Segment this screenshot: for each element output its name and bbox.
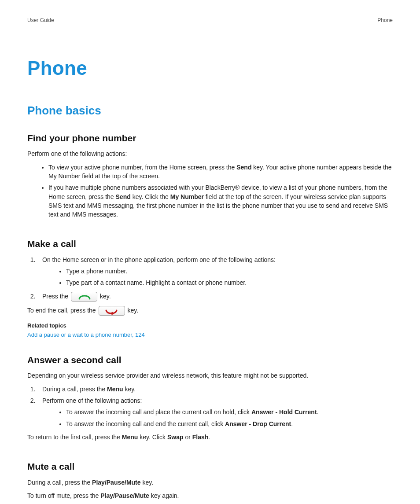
step-item: Perform one of the following actions: To…: [41, 396, 393, 428]
list-item: To answer the incoming call and end the …: [66, 419, 393, 428]
bold-text: Answer - Drop Current: [225, 420, 291, 427]
related-topics-heading: Related topics: [27, 322, 393, 330]
list-item: To answer the incoming call and place th…: [66, 408, 393, 416]
end-call-text: To end the call, press the key.: [27, 306, 393, 316]
related-link[interactable]: Add a pause or a wait to a phone number,…: [27, 331, 393, 339]
text-run: key. Click the: [131, 193, 170, 200]
text-run: To turn off mute, press the: [27, 492, 100, 499]
text-run: .: [291, 420, 293, 427]
text-run: During a call, press the: [42, 386, 107, 393]
text-run: key.: [126, 307, 139, 314]
send-key-icon: [71, 292, 97, 302]
list-item: Type a phone number.: [66, 267, 393, 276]
bold-text: Flash: [192, 434, 209, 441]
text-run: Perform one of the following actions:: [42, 397, 142, 404]
header-left: User Guide: [27, 17, 54, 24]
sub-heading-answer-second: Answer a second call: [27, 353, 393, 367]
mute-line-1: During a call, press the Play/Pause/Mute…: [27, 478, 393, 487]
intro-text: Perform one of the following actions:: [27, 149, 393, 158]
text-run: .: [208, 434, 210, 441]
text-run: Press the: [42, 293, 70, 300]
step-item: On the Home screen or in the phone appli…: [41, 255, 393, 287]
end-key-icon: [99, 306, 125, 316]
text-run: During a call, press the: [27, 479, 92, 486]
sub-heading-make-call: Make a call: [27, 237, 393, 250]
return-call-text: To return to the first call, press the M…: [27, 433, 393, 441]
bold-text: Swap: [167, 434, 184, 441]
bold-text: Answer - Hold Current: [251, 408, 317, 416]
header-right: Phone: [377, 17, 393, 24]
bold-text: Send: [236, 164, 251, 171]
text-run: key. Click: [138, 434, 167, 441]
list-item: To view your active phone number, from t…: [48, 163, 393, 181]
bold-text: Menu: [107, 386, 123, 393]
text-run: .: [317, 408, 319, 416]
sub-heading-find-number: Find your phone number: [27, 132, 393, 145]
text-run: key.: [123, 386, 136, 393]
text-run: To answer the incoming call and end the …: [66, 420, 225, 427]
bold-text: Send: [116, 193, 131, 200]
bold-text: Play/Pause/Mute: [92, 479, 141, 486]
feature-note: Depending on your wireless service provi…: [27, 371, 393, 380]
text-run: To answer the incoming call and place th…: [66, 408, 251, 416]
bold-text: My Number: [170, 193, 204, 200]
bold-text: Menu: [122, 434, 138, 441]
section-heading: Phone basics: [27, 103, 393, 119]
list-item: If you have multiple phone numbers assoc…: [48, 183, 393, 219]
bold-text: Play/Pause/Mute: [100, 492, 149, 499]
text-run: To return to the first call, press the: [27, 434, 122, 441]
text-run: To view your active phone number, from t…: [48, 164, 236, 171]
text-run: key.: [141, 479, 154, 486]
text-run: key again.: [149, 492, 179, 499]
text-run: On the Home screen or in the phone appli…: [42, 256, 276, 263]
text-run: or: [184, 434, 192, 441]
step-item: During a call, press the Menu key.: [41, 385, 393, 394]
step-item: Press the key.: [41, 292, 393, 302]
text-run: To end the call, press the: [27, 307, 98, 314]
page-title: Phone: [27, 54, 393, 82]
text-run: key.: [98, 293, 111, 300]
sub-heading-mute: Mute a call: [27, 460, 393, 473]
mute-line-2: To turn off mute, press the Play/Pause/M…: [27, 491, 393, 500]
list-item: Type part of a contact name. Highlight a…: [66, 278, 393, 287]
